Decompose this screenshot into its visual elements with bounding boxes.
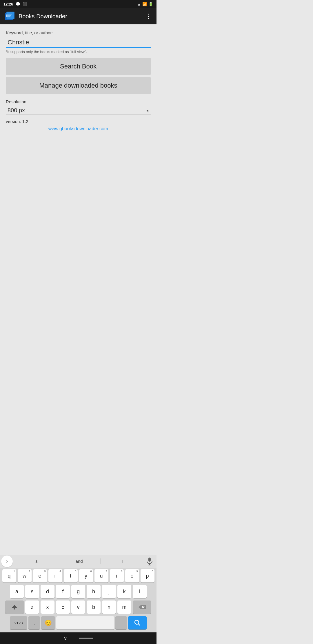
hint-text: *It supports only the books marked as "f… xyxy=(6,50,151,54)
resolution-select[interactable]: 400 px 600 px 800 px 1024 px xyxy=(6,106,151,115)
wifi-icon: ▲ xyxy=(137,2,141,6)
screenshot-icon: ⬛ xyxy=(23,2,27,6)
resolution-dropdown-arrow-icon xyxy=(146,110,148,113)
app-bar: Books Downloader ⋮ xyxy=(0,8,156,24)
main-content: Keyword, title, or author: *It supports … xyxy=(0,24,156,140)
search-label: Keyword, title, or author: xyxy=(6,30,151,35)
website-link[interactable]: www.gbooksdownloader.com xyxy=(6,126,151,131)
search-input[interactable] xyxy=(6,37,151,48)
status-time: 12:26 xyxy=(3,2,13,6)
resolution-label: Resolution: xyxy=(6,99,151,104)
version-text: version: 1.2 xyxy=(6,119,151,124)
resolution-select-container: 400 px 600 px 800 px 1024 px xyxy=(6,106,151,115)
more-options-icon[interactable]: ⋮ xyxy=(145,12,152,20)
whatsapp-icon: 💬 xyxy=(15,2,20,6)
svg-marker-5 xyxy=(7,12,14,19)
search-input-container xyxy=(6,37,151,48)
manage-downloaded-books-button[interactable]: Manage downloaded books xyxy=(6,77,151,94)
battery-icon: 🔋 xyxy=(148,2,153,6)
app-title: Books Downloader xyxy=(19,13,67,20)
signal-icon: 📶 xyxy=(142,2,147,6)
status-bar: 12:26 💬 ⬛ ▲ 📶 🔋 xyxy=(0,0,156,8)
app-logo-icon xyxy=(5,11,15,21)
search-book-button[interactable]: Search Book xyxy=(6,58,151,75)
